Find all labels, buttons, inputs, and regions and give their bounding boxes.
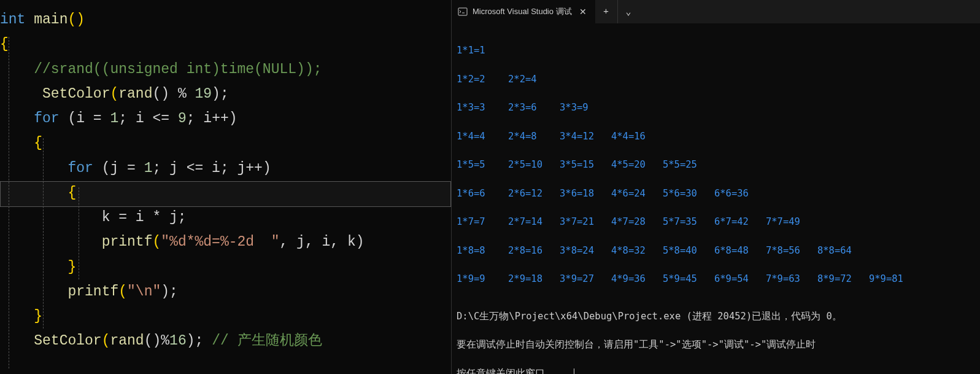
- code-editor[interactable]: int main() { //srand((unsigned int)time(…: [0, 0, 451, 374]
- code-line[interactable]: }: [0, 255, 451, 279]
- output-line: 1*3=3 2*3=6 3*3=9: [457, 101, 975, 115]
- code-line[interactable]: {: [0, 32, 451, 56]
- code-line[interactable]: {: [0, 181, 451, 205]
- code-line[interactable]: for (j = 1; j <= i; j++): [0, 156, 451, 181]
- output-line: 1*8=8 2*8=16 3*8=24 4*8=32 5*8=40 6*8=48…: [457, 244, 975, 258]
- code-line[interactable]: SetColor(rand() % 19);: [0, 82, 451, 106]
- new-tab-button[interactable]: +: [595, 0, 617, 23]
- output-line: 1*1=1: [457, 44, 975, 58]
- terminal-icon: [458, 7, 468, 17]
- press-key-prompt: 按任意键关闭此窗口. . .: [457, 367, 975, 374]
- output-line: 1*5=5 2*5=10 3*5=15 4*5=20 5*5=25: [457, 158, 975, 172]
- output-line: 1*2=2 2*2=4: [457, 72, 975, 87]
- output-line: 1*7=7 2*7=14 3*7=21 4*7=28 5*7=35 6*7=42…: [457, 215, 975, 229]
- code-line[interactable]: int main(): [0, 7, 451, 32]
- code-line[interactable]: printf("%d*%d=%-2d ", j, i, k): [0, 230, 451, 254]
- terminal-tab[interactable]: Microsoft Visual Studio 调试 ✕: [452, 0, 595, 23]
- output-line: 1*4=4 2*4=8 3*4=12 4*4=16: [457, 130, 975, 144]
- terminal-tab-bar: Microsoft Visual Studio 调试 ✕ + ⌄: [452, 0, 980, 23]
- cursor: [574, 368, 574, 374]
- console-hint: 要在调试停止时自动关闭控制台，请启用"工具"->"选项"->"调试"->"调试停…: [457, 338, 975, 352]
- code-line[interactable]: {: [0, 131, 451, 155]
- code-line[interactable]: k = i * j;: [0, 205, 451, 230]
- code-line[interactable]: //srand((unsigned int)time(NULL));: [0, 57, 451, 82]
- output-line: 1*9=9 2*9=18 3*9=27 4*9=36 5*9=45 6*9=54…: [457, 272, 975, 286]
- terminal-output[interactable]: 1*1=1 1*2=2 2*2=4 1*3=3 2*3=6 3*3=9 1*4=…: [452, 23, 980, 374]
- code-line[interactable]: }: [0, 304, 451, 329]
- output-line: 1*6=6 2*6=12 3*6=18 4*6=24 5*6=30 6*6=36: [457, 187, 975, 201]
- tab-dropdown-button[interactable]: ⌄: [617, 0, 639, 23]
- code-line[interactable]: SetColor(rand()%16); // 产生随机颜色: [0, 329, 451, 353]
- terminal-pane: Microsoft Visual Studio 调试 ✕ + ⌄ 1*1=1 1…: [451, 0, 980, 374]
- close-icon[interactable]: ✕: [577, 7, 589, 17]
- exit-status: D:\C生万物\Project\x64\Debug\Project.exe (进…: [457, 310, 975, 324]
- svg-rect-0: [458, 8, 467, 15]
- code-line[interactable]: for (i = 1; i <= 9; i++): [0, 106, 451, 131]
- tab-title: Microsoft Visual Studio 调试: [473, 6, 572, 17]
- code-line[interactable]: printf("\n");: [0, 279, 451, 304]
